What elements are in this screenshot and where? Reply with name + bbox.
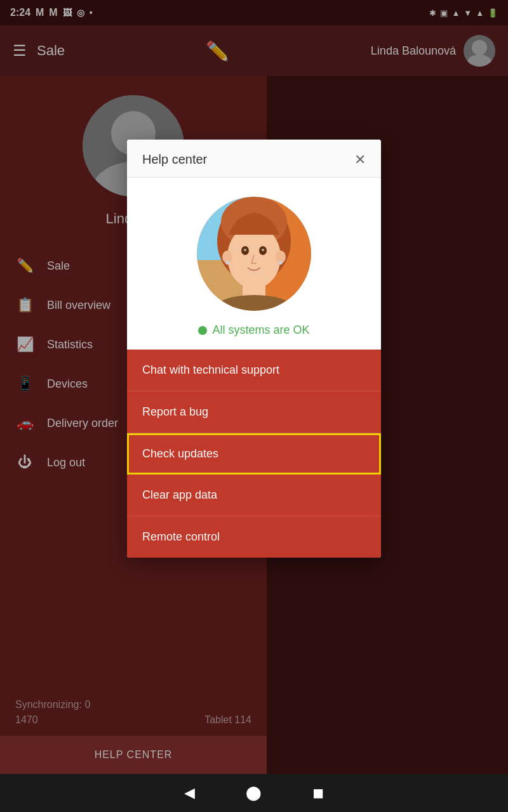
remote-control-label: Remote control xyxy=(142,530,220,544)
check-updates-button[interactable]: Check updates xyxy=(127,433,381,475)
chat-support-button[interactable]: Chat with technical support xyxy=(127,350,381,391)
home-button[interactable]: ⬤ xyxy=(246,785,262,801)
back-button[interactable]: ◀ xyxy=(184,785,195,801)
recents-button[interactable]: ◼ xyxy=(312,785,324,801)
svg-point-21 xyxy=(279,261,283,265)
dialog-close-button[interactable]: ✕ xyxy=(354,153,366,167)
remote-control-button[interactable]: Remote control xyxy=(127,516,381,558)
support-avatar xyxy=(197,197,311,311)
clear-app-data-label: Clear app data xyxy=(142,488,217,502)
svg-point-20 xyxy=(225,261,229,265)
status-green-dot xyxy=(198,326,207,335)
system-status-indicator: All systems are OK xyxy=(198,324,309,337)
dialog-menu: Chat with technical support Report a bug… xyxy=(127,350,381,558)
dialog-top-content: All systems are OK xyxy=(127,178,381,350)
clear-app-data-button[interactable]: Clear app data xyxy=(127,475,381,516)
dialog-header: Help center ✕ xyxy=(127,140,381,178)
svg-point-14 xyxy=(244,249,246,251)
report-bug-button[interactable]: Report a bug xyxy=(127,391,381,433)
report-bug-label: Report a bug xyxy=(142,405,208,419)
chat-support-label: Chat with technical support xyxy=(142,363,279,377)
bottom-navigation: ◀ ⬤ ◼ xyxy=(0,774,508,812)
dialog-title: Help center xyxy=(142,152,207,167)
svg-point-15 xyxy=(262,249,264,251)
system-status-text: All systems are OK xyxy=(212,324,309,337)
help-center-dialog: Help center ✕ xyxy=(127,140,381,558)
check-updates-label: Check updates xyxy=(142,447,218,461)
